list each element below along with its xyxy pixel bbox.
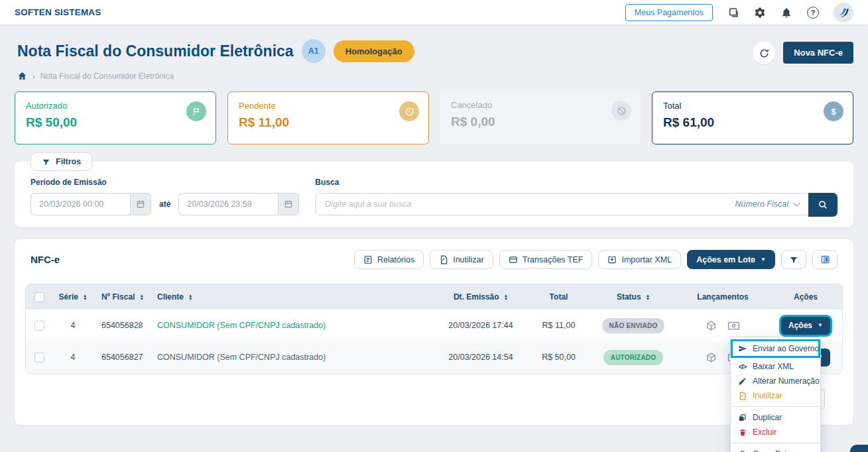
until-label: até <box>159 199 170 209</box>
row-acoes-label: Ações <box>788 321 812 330</box>
row-total: R$ 50,00 <box>527 353 590 362</box>
sort-icon: ▲▼ <box>646 294 650 300</box>
row-serie: 4 <box>52 321 93 330</box>
page-title: Nota Fiscal do Consumidor Eletrônica <box>17 42 294 60</box>
row-cliente-link[interactable]: CONSUMIDOR (Sem CPF/CNPJ cadastrado) <box>157 321 326 330</box>
menu-item-inutilizar[interactable]: Inutilizar <box>731 388 820 403</box>
summary-cards: Autorizado R$ 50,00 Pendente R$ 11,00 Ca… <box>15 91 853 144</box>
menu-item-baixar-xml[interactable]: </> Baixar XML <box>731 359 820 374</box>
card-pendente[interactable]: Pendente R$ 11,00 <box>227 91 429 144</box>
menu-divider <box>731 406 820 407</box>
chevron-down-icon: ▼ <box>818 323 823 328</box>
search-type-select[interactable]: Número Fiscal <box>725 194 808 215</box>
card-cancelado-label: Cancelado <box>451 100 630 110</box>
transacoes-tef-button[interactable]: Transações TEF <box>499 250 593 269</box>
menu-item-duplicar[interactable]: Duplicar <box>731 410 820 425</box>
relatorios-button[interactable]: Relatórios <box>354 250 424 269</box>
date-from-input[interactable] <box>31 193 130 215</box>
row-checkbox[interactable] <box>34 321 44 331</box>
dollar-icon: $ <box>824 101 843 121</box>
bell-icon[interactable] <box>780 7 792 19</box>
row-checkbox[interactable] <box>34 353 44 363</box>
col-emissao[interactable]: Dt. Emissão ▲▼ <box>434 292 527 302</box>
acoes-em-lote-button[interactable]: Ações em Lote ▼ <box>687 250 775 269</box>
card-pendente-label: Pendente <box>239 101 418 111</box>
card-autorizado[interactable]: Autorizado R$ 50,00 <box>15 91 216 144</box>
col-fiscal[interactable]: Nº Fiscal ▲▼ <box>93 292 153 302</box>
estoque-cube-icon[interactable] <box>706 352 717 363</box>
col-status[interactable]: Status ▲▼ <box>590 292 676 302</box>
financeiro-cash-icon[interactable] <box>727 321 740 331</box>
relatorios-label: Relatórios <box>377 255 414 264</box>
status-badge: AUTORIZADO <box>603 350 663 365</box>
row-cliente[interactable]: CONSUMIDOR (Sem CPF/CNPJ cadastrado) <box>157 353 326 362</box>
help-icon[interactable]: ? <box>807 7 819 19</box>
select-all-checkbox[interactable] <box>34 292 44 302</box>
menu-item-enviar-governo[interactable]: Enviar ao Governo <box>731 339 820 358</box>
menu-item-gerar-estoque[interactable]: Gerar Estoque <box>731 447 820 452</box>
menu-item-alterar-numeracao[interactable]: Alterar Numeração <box>731 374 820 388</box>
menu-item-excluir[interactable]: Excluir <box>731 425 820 439</box>
row-total: R$ 11,00 <box>527 321 590 330</box>
nova-nfce-button[interactable]: Nova NFC-e <box>783 42 853 64</box>
environment-badge: Homologação <box>334 40 414 62</box>
date-to-input[interactable] <box>178 193 278 215</box>
filtros-toggle-button[interactable]: Filtros <box>31 152 92 171</box>
period-label: Período de Emissão <box>31 178 299 187</box>
menu-divider <box>731 443 820 443</box>
estoque-cube-icon <box>737 450 747 452</box>
card-cancelado[interactable]: Cancelado R$ 0,00 <box>440 91 641 144</box>
row-acoes-button[interactable]: Ações ▼ <box>781 317 830 335</box>
table-header-row: Série ▲▼ Nº Fiscal ▲▼ Cliente ▲▼ Dt. Emi… <box>26 284 842 310</box>
windows-layers-icon[interactable] <box>727 7 739 19</box>
col-acoes: Ações <box>769 292 842 302</box>
row-emissao: 20/03/2026 14:54 <box>434 353 527 362</box>
chevron-down-icon: ▼ <box>761 257 766 262</box>
card-pendente-value: R$ 11,00 <box>239 115 418 130</box>
search-type-value: Número Fiscal <box>735 199 788 209</box>
inutilizar-button[interactable]: Inutilizar <box>430 250 493 269</box>
col-cliente[interactable]: Cliente ▲▼ <box>153 292 434 302</box>
breadcrumb: › Nota Fiscal do Consumidor Eletrônica <box>17 71 414 81</box>
columns-button[interactable] <box>812 250 837 269</box>
home-icon[interactable] <box>17 71 27 81</box>
row-serie: 4 <box>52 353 93 362</box>
estoque-cube-icon[interactable] <box>706 320 717 331</box>
filters-panel: Filtros Período de Emissão até <box>15 162 853 227</box>
col-lancamentos: Lançamentos <box>676 292 769 302</box>
col-serie[interactable]: Série ▲▼ <box>52 292 93 302</box>
meus-pagamentos-button[interactable]: Meus Pagamentos <box>625 4 713 21</box>
search-label: Busca <box>315 178 837 187</box>
importar-xml-button[interactable]: Importar XML <box>598 250 681 269</box>
acoes-em-lote-label: Ações em Lote <box>696 255 755 264</box>
send-icon <box>737 344 747 353</box>
sort-icon: ▲▼ <box>504 294 508 300</box>
card-total[interactable]: Total R$ 61,00 $ <box>652 91 853 144</box>
funnel-icon <box>42 158 50 166</box>
brand-logo-text: SOFTEN SISTEMAS <box>15 7 101 17</box>
certificate-a1-badge: A1 <box>302 39 326 63</box>
sort-icon: ▲▼ <box>139 294 143 300</box>
importar-xml-label: Importar XML <box>621 255 672 264</box>
breadcrumb-separator: › <box>32 72 35 80</box>
table-filter-button[interactable] <box>781 250 806 269</box>
search-button[interactable] <box>808 193 837 217</box>
trash-icon <box>737 428 747 437</box>
flag-icon <box>186 101 206 121</box>
calendar-icon[interactable] <box>278 193 299 215</box>
table-row: 4 654056828 CONSUMIDOR (Sem CPF/CNPJ cad… <box>26 310 842 341</box>
sort-icon: ▲▼ <box>83 294 87 300</box>
nfce-panel: NFC-e Relatórios Inutilizar Transações T… <box>15 239 853 425</box>
search-input[interactable] <box>316 194 725 215</box>
table-row: 4 654056827 CONSUMIDOR (Sem CPF/CNPJ cad… <box>26 341 842 373</box>
gear-icon[interactable] <box>754 7 766 19</box>
refresh-button[interactable] <box>753 42 775 64</box>
col-total: Total <box>527 292 590 302</box>
transacoes-tef-label: Transações TEF <box>523 255 584 264</box>
sort-icon: ▲▼ <box>188 294 192 300</box>
avatar[interactable] <box>834 3 853 23</box>
row-actions-menu: Enviar ao Governo </> Baixar XML Alterar… <box>730 337 821 452</box>
nfce-table: Série ▲▼ Nº Fiscal ▲▼ Cliente ▲▼ Dt. Emi… <box>25 284 843 374</box>
calendar-icon[interactable] <box>130 193 151 215</box>
floating-support-button[interactable] <box>850 445 868 452</box>
